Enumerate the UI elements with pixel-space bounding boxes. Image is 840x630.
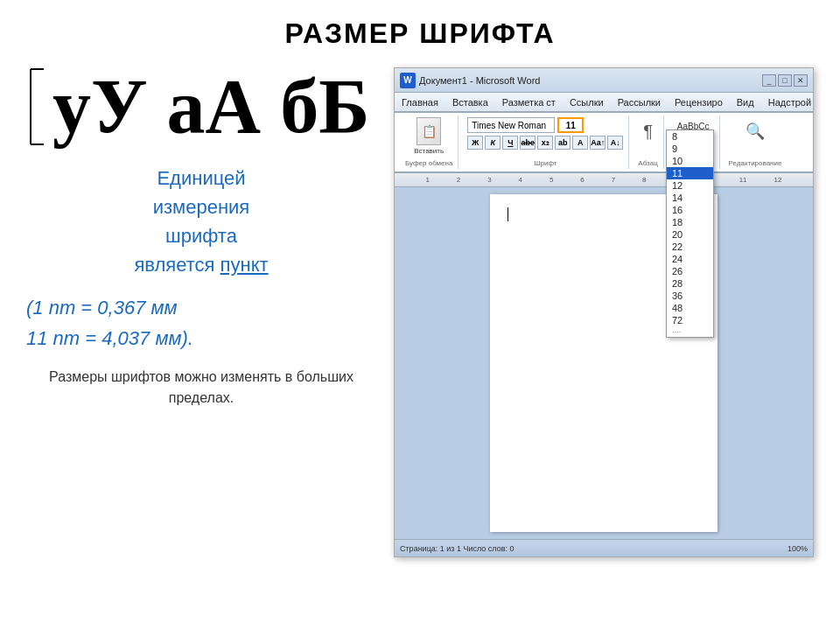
content-area: уУ аА бБ Единицей измерения шрифта являе… — [26, 67, 814, 557]
font-preview-text: уУ аА бБ — [52, 68, 369, 145]
cursor — [508, 207, 508, 221]
size-28[interactable]: 28 — [667, 277, 713, 290]
subscript-button[interactable]: x₂ — [537, 136, 553, 150]
ruler-marks: 1 2 3 4 5 6 7 8 9 10 11 12 — [412, 176, 795, 184]
zoom-level: 100% — [788, 544, 808, 553]
editing-group-label: Редактирование — [729, 159, 782, 167]
menu-home[interactable]: Главная — [398, 96, 442, 108]
paragraph-group-label: Абзац — [638, 159, 657, 167]
size-11[interactable]: 11 — [667, 167, 713, 179]
italic-button[interactable]: К — [485, 136, 500, 150]
size-24[interactable]: 24 — [667, 253, 713, 265]
paragraph-group: ¶ Абзац — [633, 116, 663, 169]
size-48[interactable]: 48 — [667, 302, 713, 314]
measure-text: (1 пт = 0,367 мм 11 пт = 4,037 мм). — [26, 292, 376, 354]
paste-button[interactable]: 📋 Вставить — [414, 117, 444, 155]
size-18[interactable]: 18 — [667, 216, 713, 228]
fontsize-shrink-button[interactable]: A↓ — [607, 136, 623, 150]
size-14[interactable]: 14 — [667, 192, 713, 204]
size-36[interactable]: 36 — [667, 290, 713, 302]
menu-bar: Главная Вставка Разметка ст Ссылки Рассы… — [395, 93, 813, 112]
bold-button[interactable]: Ж — [467, 136, 483, 150]
ruler: 1 2 3 4 5 6 7 8 9 10 11 12 — [395, 173, 813, 187]
word-icon: W — [400, 73, 416, 88]
page-title: РАЗМЕР ШРИФТА — [284, 18, 555, 50]
size-10[interactable]: 10 — [667, 155, 713, 167]
menu-view[interactable]: Вид — [733, 96, 758, 108]
size-20[interactable]: 20 — [667, 228, 713, 241]
left-side: уУ аА бБ Единицей измерения шрифта являе… — [26, 67, 376, 409]
doc-area — [395, 187, 813, 539]
editing-group: 🔍 Редактирование — [724, 116, 788, 169]
paste-group: 📋 Вставить Буфер обмена — [400, 116, 458, 169]
font-row1: Times New Roman 11 — [467, 117, 623, 133]
strikethrough-button[interactable]: abe — [520, 136, 536, 150]
word-window: W Документ1 - Microsoft Word _ □ ✕ Главн… — [394, 67, 814, 557]
font-controls: Times New Roman 11 Ж К Ч abe — [467, 117, 623, 158]
paste-icon: 📋 — [416, 117, 441, 145]
restore-button[interactable]: □ — [778, 74, 792, 87]
menu-refs[interactable]: Ссылки — [566, 96, 607, 108]
find-icon: 🔍 — [741, 117, 769, 145]
size-22[interactable]: 22 — [667, 241, 713, 253]
description-text: Единицей измерения шрифта является пункт — [26, 164, 376, 279]
title-bar-left: W Документ1 - Microsoft Word — [400, 73, 540, 88]
underline-button[interactable]: Ч — [502, 136, 518, 150]
font-row2: Ж К Ч abe x₂ ab A Aa↑ A↓ — [467, 136, 623, 150]
font-group: Times New Roman 11 Ж К Ч abe — [462, 116, 629, 169]
font-preview-box: уУ аА бБ — [26, 67, 376, 146]
main-page: РАЗМЕР ШРИФТА уУ аА бБ Единицей измерени… — [0, 0, 840, 630]
status-right: 100% — [788, 544, 808, 553]
menu-mail[interactable]: Рассылки — [614, 96, 664, 108]
size-26[interactable]: 26 — [667, 265, 713, 277]
highlight-button[interactable]: ab — [555, 136, 570, 150]
title-bar: W Документ1 - Microsoft Word _ □ ✕ — [395, 68, 813, 93]
paste-group-label: Буфер обмена — [405, 159, 452, 167]
bracket-icon — [26, 67, 52, 146]
size-72[interactable]: 72 — [667, 314, 713, 326]
paragraph-icon: ¶ — [639, 117, 657, 146]
ribbon: 📋 Вставить Буфер обмена Times New Roman — [395, 112, 813, 173]
size-more[interactable]: ···· — [667, 326, 713, 337]
font-name-input[interactable]: Times New Roman — [467, 117, 555, 133]
footer-text: Размеры шрифтов можно изменять в больших… — [26, 367, 376, 409]
size-8[interactable]: 8 — [667, 130, 713, 143]
status-bar: Страница: 1 из 1 Число слов: 0 100% — [395, 539, 813, 556]
ribbon-content: 📋 Вставить Буфер обмена Times New Roman — [395, 112, 813, 172]
size-12[interactable]: 12 — [667, 179, 713, 192]
font-size-dropdown: 8 9 10 11 12 14 16 18 20 22 24 26 28 36 … — [666, 130, 714, 338]
size-9[interactable]: 9 — [667, 143, 713, 155]
menu-insert[interactable]: Вставка — [449, 96, 492, 108]
minimize-button[interactable]: _ — [762, 74, 776, 87]
fontsize-grow-button[interactable]: Aa↑ — [590, 136, 606, 150]
font-size-input[interactable]: 11 — [557, 117, 584, 133]
status-text: Страница: 1 из 1 Число слов: 0 — [400, 544, 514, 553]
menu-review[interactable]: Рецензиро — [671, 96, 726, 108]
size-16[interactable]: 16 — [667, 204, 713, 216]
menu-addons[interactable]: Надстрой — [765, 96, 815, 108]
title-bar-text: Документ1 - Microsoft Word — [419, 75, 540, 86]
close-button[interactable]: ✕ — [794, 74, 808, 87]
fontcolor-button[interactable]: A — [572, 136, 588, 150]
menu-layout[interactable]: Разметка ст — [499, 96, 559, 108]
font-group-label: Шрифт — [534, 159, 556, 167]
title-bar-buttons: _ □ ✕ — [762, 74, 808, 87]
